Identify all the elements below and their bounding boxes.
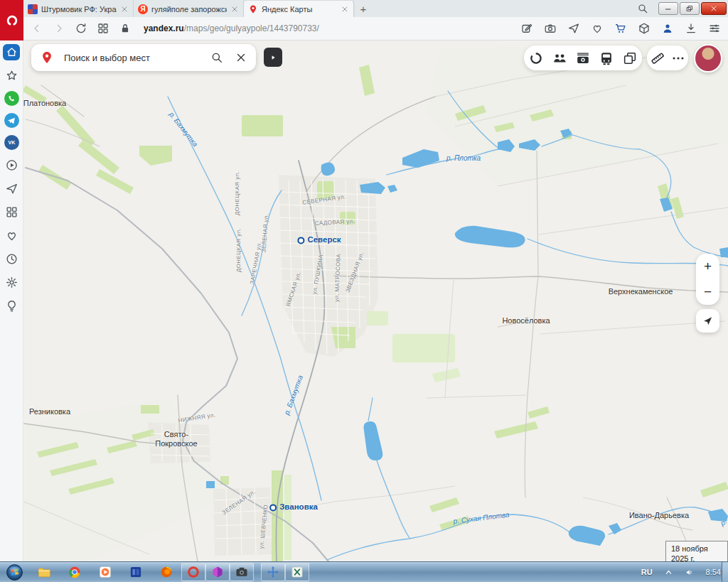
back-button[interactable] — [31, 22, 43, 35]
map-label[interactable]: Резниковка — [29, 407, 70, 416]
map-label: ДОНЕЦКАЯ ул. — [234, 171, 240, 215]
mirrors-button[interactable] — [552, 50, 567, 66]
panel-expand-button[interactable] — [264, 48, 282, 67]
start-icon — [6, 564, 23, 581]
taskbar-screenshot-app[interactable] — [230, 563, 254, 581]
map-viewport[interactable]: Платоновкар. Бахмуткар. ПлоткаСЕВЕРНАЯ у… — [23, 41, 728, 562]
whatsapp-icon — [6, 94, 16, 104]
opera-logo-icon — [5, 14, 19, 28]
panoramas-button[interactable] — [575, 50, 591, 66]
reload-button[interactable] — [75, 22, 87, 35]
taskbar-chrome[interactable] — [59, 563, 90, 581]
town-marker-icon — [269, 504, 277, 511]
home-icon — [5, 45, 18, 59]
taskbar-opera[interactable] — [181, 563, 205, 581]
zoom-out-button[interactable]: − — [696, 279, 719, 305]
close-button[interactable] — [701, 2, 727, 15]
speed-dial-button[interactable] — [97, 22, 109, 35]
tab-close-icon[interactable] — [230, 5, 239, 14]
sidebar-item-player[interactable] — [3, 157, 20, 173]
taskbar-blue-app[interactable] — [120, 563, 151, 581]
zoom-in-button[interactable]: + — [696, 254, 719, 279]
opera-menu-button[interactable] — [0, 0, 23, 41]
taskbar-firefox[interactable] — [151, 563, 181, 581]
close-icon[interactable] — [235, 51, 247, 64]
taskbar-excel[interactable] — [285, 563, 309, 581]
edit-page-button[interactable] — [520, 22, 533, 35]
map-pin-icon — [40, 50, 54, 65]
locate-button[interactable] — [696, 309, 719, 333]
search-icon[interactable] — [210, 51, 223, 64]
traffic-button[interactable] — [528, 50, 544, 66]
map-label[interactable]: Платоновка — [23, 99, 66, 108]
start-button[interactable] — [0, 563, 28, 581]
more-tools-button[interactable] — [670, 50, 686, 66]
map-canvas[interactable] — [23, 41, 728, 562]
address-bar[interactable]: yandex.ru /maps/geo/gulyaypole/144379073… — [144, 23, 510, 33]
forward-button[interactable] — [53, 22, 65, 35]
tab-search-button[interactable] — [637, 3, 648, 14]
language-indicator[interactable]: RU — [641, 568, 653, 576]
sidebar-item-settings[interactable] — [3, 274, 20, 291]
sidebar-item-vk[interactable]: VK — [4, 135, 19, 150]
site-security-icon[interactable] — [119, 22, 132, 35]
url-domain: yandex.ru — [144, 23, 184, 33]
avatar[interactable] — [694, 44, 722, 72]
taskbar-media-player[interactable] — [90, 563, 120, 581]
new-tab-button[interactable]: + — [354, 1, 373, 17]
site-favicon — [28, 4, 38, 14]
tab-1[interactable]: Штурмовик РФ: Украинс — [23, 1, 134, 17]
taskbar-clock[interactable]: 8:54 — [706, 568, 721, 576]
map-label: ДОНЕЦКАЯ ул. — [235, 228, 242, 272]
extensions-cube-button[interactable] — [638, 22, 651, 35]
map-label[interactable]: Новосёловка — [502, 316, 550, 325]
volume-icon[interactable] — [685, 567, 695, 578]
zoom-controls: + − — [696, 254, 719, 305]
sidebar-item-history[interactable] — [3, 251, 20, 267]
map-label[interactable]: Северск — [297, 235, 341, 244]
tab-close-icon[interactable] — [341, 5, 349, 14]
snapshot-button[interactable] — [544, 22, 557, 35]
minimize-button[interactable] — [658, 2, 678, 15]
tray-expand-icon[interactable] — [663, 567, 674, 578]
taskbar-separator — [254, 563, 261, 581]
browser-settings-button[interactable] — [708, 22, 721, 35]
share-button[interactable] — [567, 22, 580, 35]
sidebar-item-bookmarks[interactable] — [3, 68, 20, 84]
taskbar-mover-app[interactable] — [261, 563, 285, 581]
sidebar-item-apps[interactable] — [3, 204, 20, 220]
search-input[interactable] — [63, 52, 199, 64]
show-desktop-button[interactable] — [722, 562, 728, 582]
transport-button[interactable] — [599, 50, 614, 66]
telegram-icon — [6, 116, 16, 126]
restore-icon — [685, 4, 694, 13]
layers-button[interactable] — [622, 50, 638, 66]
yandex-favicon: Я — [138, 4, 148, 14]
sidebar-item-messenger[interactable] — [3, 180, 20, 197]
tab-close-icon[interactable] — [120, 5, 129, 14]
taskbar-explorer[interactable] — [28, 563, 59, 581]
map-label[interactable]: Ивано-Дарьевка — [629, 511, 689, 520]
minimize-icon — [664, 4, 673, 13]
map-label[interactable]: Верхнекаменское — [609, 287, 673, 296]
ruler-button[interactable] — [650, 50, 665, 66]
sidebar-item-ideas[interactable] — [3, 298, 20, 314]
map-label[interactable]: Свято- Покровское — [155, 430, 197, 448]
taskbar-graphics-app[interactable] — [205, 563, 230, 581]
sidebar-item-home[interactable] — [3, 44, 20, 60]
playcircle-icon — [5, 158, 18, 172]
sidebar-item-likes[interactable] — [3, 227, 20, 244]
screenshotapp-icon — [235, 565, 249, 579]
maximize-button[interactable] — [680, 2, 700, 15]
profile-button[interactable] — [661, 22, 674, 35]
map-search-box[interactable] — [31, 44, 256, 71]
map-label[interactable]: Звановка — [269, 502, 318, 512]
mover-icon — [266, 565, 280, 579]
sidebar-item-telegram[interactable] — [4, 113, 19, 128]
sidebar-item-whatsapp[interactable] — [4, 91, 19, 106]
tab-3[interactable]: Яндекс Карты — [244, 1, 354, 17]
tab-2[interactable]: Ягуляйполе запорожская о — [134, 1, 244, 17]
cart-button[interactable] — [614, 22, 627, 35]
downloads-button[interactable] — [685, 22, 697, 35]
bookmark-button[interactable] — [591, 22, 604, 35]
